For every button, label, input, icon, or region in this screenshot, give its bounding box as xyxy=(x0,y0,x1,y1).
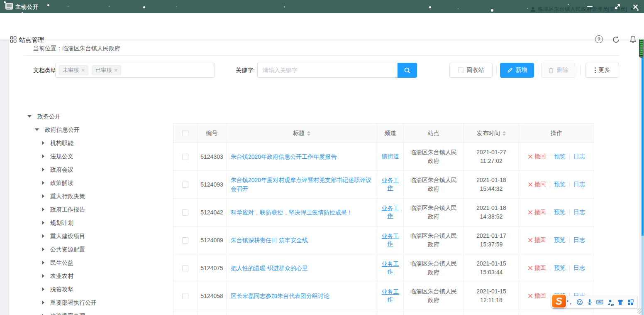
withdraw-button[interactable]: 撤回 xyxy=(528,292,546,300)
tree-expand-icon xyxy=(35,128,39,131)
tree-leaf[interactable]: 农业农村 xyxy=(24,272,161,280)
keyword-label: 关键字: xyxy=(236,67,255,74)
notifications-bell-icon[interactable] xyxy=(629,35,637,44)
col-publish-time: 发布时间 xyxy=(464,124,519,143)
help-icon[interactable]: ? xyxy=(595,35,603,43)
maximize-button[interactable] xyxy=(613,2,622,11)
document-title-link[interactable]: 区长宋磊同志参加朱台代表团分组讨论 xyxy=(231,292,329,300)
document-title-link[interactable]: 朱台镇2020年政府信息公开工作年度报告 xyxy=(231,153,337,161)
tag-unreviewed: 未审核× xyxy=(59,65,88,75)
x-icon xyxy=(528,266,533,271)
channel-link[interactable]: 业务工作 xyxy=(381,288,400,303)
doc-type-select[interactable]: 未审核× 已审核× xyxy=(55,63,215,78)
window-resize-grip[interactable] xyxy=(637,308,643,314)
row-checkbox[interactable] xyxy=(182,293,188,299)
ime-punctuation-toggle[interactable]: °， xyxy=(566,299,573,306)
tree-expand-icon xyxy=(27,115,32,118)
add-button[interactable]: 新增 xyxy=(500,63,534,78)
table-row: 5124089 朱台镇深耕责任田 筑牢安全线 业务工作 临淄区朱台镇人民政府 2… xyxy=(173,226,594,254)
tree-leaf[interactable]: 建议提案办理 xyxy=(24,312,161,315)
minimize-button[interactable] xyxy=(585,2,594,11)
withdraw-button[interactable]: 撤回 xyxy=(528,153,546,160)
tree-leaf[interactable]: 脱贫攻坚 xyxy=(24,285,161,293)
tree-leaf[interactable]: 公共资源配置 xyxy=(24,245,161,253)
tree-leaf[interactable]: 重大建设项目 xyxy=(24,232,161,240)
row-checkbox[interactable] xyxy=(182,182,188,188)
tag-reviewed: 已审核× xyxy=(92,65,121,75)
preview-button[interactable]: 预览 xyxy=(554,209,566,216)
remove-tag-icon[interactable]: × xyxy=(114,67,117,73)
tree-leaf[interactable]: 重要部署执行公开 xyxy=(24,298,161,307)
log-button[interactable]: 日志 xyxy=(573,153,585,160)
modules-grid-icon[interactable] xyxy=(10,36,17,44)
document-title-link[interactable]: 科学应对，联防联控，坚决捍卫疫情防控成果！ xyxy=(231,208,353,217)
table-row: 5124042 科学应对，联防联控，坚决捍卫疫情防控成果！ 业务工作 临淄区朱台… xyxy=(173,199,594,226)
preview-button[interactable]: 预览 xyxy=(554,236,566,244)
row-checkbox[interactable] xyxy=(182,209,188,216)
table-row: 5124093 朱台镇2020年度对村观摩点评暨村党支部书记述职评议会召开 业务… xyxy=(173,171,594,199)
soft-keyboard-icon[interactable] xyxy=(596,299,603,305)
channel-link[interactable]: 业务工作 xyxy=(381,233,400,248)
more-button[interactable]: 更多 xyxy=(585,63,619,78)
tree-node-root[interactable]: 政务公开 xyxy=(24,112,161,121)
withdraw-button[interactable]: 撤回 xyxy=(528,181,546,188)
tree-leaf[interactable]: 机构职能 xyxy=(24,139,161,147)
channel-link[interactable]: 业务工作 xyxy=(381,177,400,192)
tree-collapse-icon xyxy=(42,181,44,185)
tree-leaf[interactable]: 法规公文 xyxy=(24,152,161,160)
row-checkbox[interactable] xyxy=(182,154,188,160)
tree-leaf[interactable]: 政府会议 xyxy=(24,165,161,174)
toolbox-grid-icon[interactable] xyxy=(627,299,634,305)
remove-tag-icon[interactable]: × xyxy=(81,67,85,73)
emoji-icon[interactable] xyxy=(576,299,583,305)
log-button[interactable]: 日志 xyxy=(573,236,585,244)
log-button[interactable]: 日志 xyxy=(573,181,585,188)
select-all-checkbox[interactable] xyxy=(182,130,188,136)
row-checkbox[interactable] xyxy=(182,237,188,244)
tree-leaf[interactable]: 规划计划 xyxy=(24,219,161,227)
channel-link[interactable]: 镇街道 xyxy=(382,153,399,160)
button-divider xyxy=(581,65,581,75)
withdraw-button[interactable]: 撤回 xyxy=(528,236,546,244)
sort-icon[interactable] xyxy=(307,131,310,136)
sort-icon[interactable] xyxy=(503,131,506,136)
close-button[interactable] xyxy=(631,2,640,11)
preview-button[interactable]: 预览 xyxy=(554,264,566,272)
scrollbar-track[interactable] xyxy=(642,236,644,315)
x-icon xyxy=(528,182,533,187)
resize-icon xyxy=(614,3,621,10)
sogou-ime-logo[interactable]: S xyxy=(551,294,567,308)
document-title-link[interactable]: 朱台镇2020年度对村观摩点评暨村党支部书记述职评议会召开 xyxy=(231,176,373,193)
tree-leaf[interactable]: 政策解读 xyxy=(24,179,161,187)
search-button[interactable] xyxy=(398,63,417,78)
tree-collapse-icon xyxy=(42,274,44,278)
user-account-icon[interactable]: 19 xyxy=(607,299,613,305)
refresh-icon[interactable] xyxy=(612,35,620,44)
document-title-link[interactable]: 把人性的温暖 织进群众的心里 xyxy=(231,264,308,273)
tree-leaf[interactable]: 重大行政决策 xyxy=(24,192,161,200)
tree-leaf[interactable]: 民生公益 xyxy=(24,258,161,267)
scrollbar-track-active[interactable] xyxy=(642,39,644,236)
tree-leaf[interactable]: 政府工作报告 xyxy=(24,205,161,214)
tree-node-child[interactable]: 政府信息公开 xyxy=(24,126,161,134)
ime-user-badge: 19 xyxy=(610,303,614,306)
channel-link[interactable]: 业务工作 xyxy=(381,261,400,276)
keyword-input[interactable] xyxy=(257,63,398,78)
recycle-checkbox[interactable] xyxy=(458,67,464,73)
row-checkbox[interactable] xyxy=(182,265,188,271)
log-button[interactable]: 日志 xyxy=(573,264,585,272)
table-row: 5124058 区长宋磊同志参加朱台代表团分组讨论 业务工作 临淄区朱台镇人民政… xyxy=(173,282,594,310)
channel-link[interactable]: 业务工作 xyxy=(381,205,400,220)
preview-button[interactable]: 预览 xyxy=(554,153,566,160)
delete-button[interactable]: 删除 xyxy=(541,63,575,78)
voice-input-icon[interactable] xyxy=(587,299,593,305)
document-title-link[interactable]: 朱台镇深耕责任田 筑牢安全线 xyxy=(231,236,308,245)
ellipsis-icon xyxy=(595,67,596,73)
preview-button[interactable]: 预览 xyxy=(554,181,566,188)
withdraw-button[interactable]: 撤回 xyxy=(528,209,546,216)
tree-collapse-icon xyxy=(42,234,44,238)
log-button[interactable]: 日志 xyxy=(573,209,585,216)
recycle-bin-button[interactable]: 回收站 xyxy=(449,63,493,78)
withdraw-button[interactable]: 撤回 xyxy=(528,264,546,272)
skin-icon[interactable] xyxy=(617,299,624,305)
